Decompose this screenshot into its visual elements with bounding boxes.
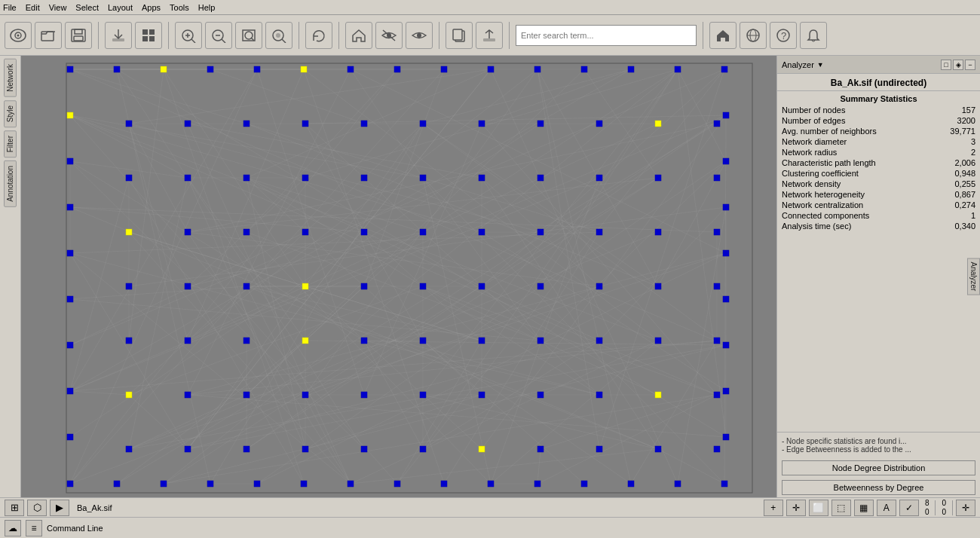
separator-2 xyxy=(168,22,169,49)
export-button[interactable] xyxy=(476,22,503,49)
bottombar-list-icon[interactable]: ≡ xyxy=(26,520,42,536)
svg-rect-280 xyxy=(723,296,729,302)
coord2-y: 0 xyxy=(942,508,946,517)
svg-rect-337 xyxy=(655,338,661,344)
main-area: Network Style Filter Annotation Analyzer… xyxy=(0,56,980,497)
bottombar-cloud-icon[interactable]: ☁ xyxy=(5,520,21,536)
menu-layout[interactable]: Layout xyxy=(108,3,133,12)
statusbar-select2-icon[interactable]: ⬚ xyxy=(831,500,851,516)
analyzer-close-button[interactable]: − xyxy=(965,60,975,70)
zoom-out-button[interactable] xyxy=(205,22,232,49)
home-button[interactable] xyxy=(345,22,372,49)
svg-rect-341 xyxy=(243,392,250,398)
statusbar-share-icon[interactable]: ⬡ xyxy=(27,500,47,516)
svg-rect-295 xyxy=(126,175,132,181)
statusbar-move-icon[interactable]: ✛ xyxy=(786,500,806,516)
stats-row: Characteristic path length2,006 xyxy=(777,157,980,168)
open-file-button[interactable] xyxy=(35,22,62,49)
zoom-selected-button[interactable] xyxy=(265,22,292,49)
svg-rect-292 xyxy=(596,121,602,127)
svg-rect-353 xyxy=(302,446,308,452)
sidebar-tab-network[interactable]: Network xyxy=(4,59,17,97)
svg-rect-326 xyxy=(655,283,661,289)
stat-label: Number of nodes xyxy=(777,105,929,115)
help-button[interactable]: ? xyxy=(770,22,797,49)
menu-tools[interactable]: Tools xyxy=(170,3,189,12)
grid-button[interactable] xyxy=(135,22,162,49)
svg-rect-299 xyxy=(361,175,367,181)
zoom-in-button[interactable] xyxy=(175,22,202,49)
save-button[interactable] xyxy=(65,22,92,49)
menu-help[interactable]: Help xyxy=(198,3,216,12)
stat-value: 0,274 xyxy=(929,200,980,210)
stat-value: 3200 xyxy=(929,115,980,126)
show-button[interactable] xyxy=(406,22,433,49)
open-button[interactable] xyxy=(5,22,32,49)
hide-button[interactable] xyxy=(375,22,403,49)
statusbar-table-icon[interactable]: ▦ xyxy=(854,500,874,516)
stat-label: Network radius xyxy=(777,147,929,157)
menu-select[interactable]: Select xyxy=(75,3,99,12)
svg-rect-322 xyxy=(420,283,426,289)
statusbar-check-icon[interactable]: ✓ xyxy=(899,500,919,516)
svg-rect-269 xyxy=(67,158,73,164)
svg-rect-302 xyxy=(537,175,544,181)
network-name: Ba_Ak.sif (undirected) xyxy=(777,74,980,91)
svg-rect-3 xyxy=(41,32,54,41)
statusbar-grid-icon[interactable]: ⊞ xyxy=(5,500,24,516)
command-line-label: Command Line xyxy=(47,524,103,533)
left-sidebar: Network Style Filter Annotation xyxy=(0,56,21,497)
svg-rect-239 xyxy=(114,66,120,72)
refresh-button[interactable] xyxy=(305,22,332,49)
analyzer-minimize-button[interactable]: □ xyxy=(941,60,951,70)
stat-value: 39,771 xyxy=(929,126,980,136)
svg-rect-6 xyxy=(74,36,83,41)
svg-rect-316 xyxy=(714,229,720,235)
analyzer-dropdown-icon[interactable]: ▼ xyxy=(817,61,824,69)
svg-rect-242 xyxy=(254,66,260,72)
stats-row: Analysis time (sec)0,340 xyxy=(777,221,980,231)
statusbar-compass-icon[interactable]: ✛ xyxy=(956,500,975,516)
svg-rect-273 xyxy=(67,342,73,348)
menu-view[interactable]: View xyxy=(49,3,67,12)
sidebar-tab-filter[interactable]: Filter xyxy=(4,130,17,157)
sidebar-tab-annotation[interactable]: Annotation xyxy=(4,160,17,207)
sidebar-tab-style[interactable]: Style xyxy=(4,100,17,127)
svg-rect-5 xyxy=(75,29,82,34)
svg-rect-258 xyxy=(301,481,307,487)
search-input[interactable] xyxy=(516,25,697,46)
svg-rect-328 xyxy=(126,338,132,344)
notification-button[interactable] xyxy=(800,22,827,49)
svg-rect-248 xyxy=(534,66,541,72)
svg-rect-289 xyxy=(420,121,426,127)
svg-rect-312 xyxy=(479,229,485,235)
svg-rect-274 xyxy=(67,388,73,394)
stat-label: Analysis time (sec) xyxy=(777,221,929,231)
svg-rect-10 xyxy=(142,36,148,41)
node-degree-dist-button[interactable]: Node Degree Distribution xyxy=(782,460,975,475)
network-canvas-area[interactable] xyxy=(21,56,776,497)
analyzer-float-button[interactable]: ◈ xyxy=(953,60,963,70)
stat-label: Network density xyxy=(777,179,929,189)
menu-file[interactable]: File xyxy=(3,3,17,12)
statusbar-new-icon[interactable]: + xyxy=(764,500,783,516)
statusbar-select-icon[interactable]: ⬜ xyxy=(809,500,828,516)
betweenness-degree-button[interactable]: Betweenness by Degree xyxy=(782,480,975,495)
statusbar-cmd-icon[interactable]: ▶ xyxy=(50,500,69,516)
svg-rect-307 xyxy=(185,229,191,235)
home2-button[interactable] xyxy=(709,22,737,49)
svg-rect-315 xyxy=(655,229,661,235)
menu-apps[interactable]: Apps xyxy=(142,3,161,12)
svg-rect-267 xyxy=(721,481,727,487)
menu-edit[interactable]: Edit xyxy=(26,3,40,12)
statusbar-text-icon[interactable]: A xyxy=(877,500,896,516)
copy-button[interactable] xyxy=(446,22,473,49)
svg-rect-275 xyxy=(67,434,73,440)
analyzer-side-tab[interactable]: Analyzer xyxy=(967,258,980,295)
import-button[interactable] xyxy=(105,22,132,49)
svg-rect-318 xyxy=(185,283,191,289)
svg-rect-277 xyxy=(723,158,729,164)
zoom-fit-button[interactable] xyxy=(235,22,262,49)
web-button[interactable] xyxy=(740,22,767,49)
svg-rect-298 xyxy=(302,175,308,181)
